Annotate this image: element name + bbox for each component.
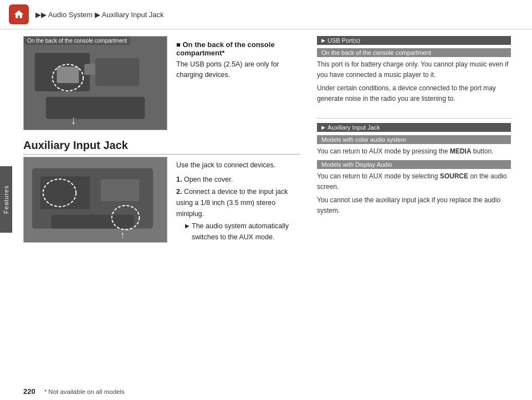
usb-section: On the back of the console compartment ↓ [23, 36, 300, 130]
footer: 220 * Not available on all models [12, 387, 532, 396]
usb-note1: This port is for battery charge only. Yo… [317, 59, 511, 80]
left-column: On the back of the console compartment ↓ [12, 30, 311, 383]
svg-rect-10 [40, 176, 90, 209]
home-icon [13, 9, 24, 20]
svg-text:↓: ↓ [70, 113, 76, 127]
usb-heading: On the back of the console compartment* [176, 40, 300, 57]
page-number: 220 [23, 387, 35, 396]
aux-note3: You cannot use the auxiliary input jack … [317, 195, 511, 216]
usb-text-block: On the back of the console compartment* … [176, 40, 300, 81]
usb-note2: Under certain conditions, a device conne… [317, 83, 511, 104]
right-column: USB Port(s) On the back of the console c… [311, 30, 522, 383]
aux-note1: You can return to AUX mode by pressing t… [317, 146, 511, 157]
svg-rect-4 [57, 66, 79, 83]
main-content: On the back of the console compartment ↓ [12, 30, 532, 383]
right-divider [317, 118, 511, 119]
step2: 2. Connect a device to the input jack us… [176, 186, 300, 219]
aux-subheader2: Models with Display Audio [317, 160, 511, 169]
svg-rect-3 [46, 97, 145, 119]
aux-interior-svg: ↑ [24, 157, 167, 243]
usb-note-section: USB Port(s) On the back of the console c… [317, 36, 511, 107]
svg-rect-2 [95, 58, 139, 86]
svg-rect-12 [52, 215, 134, 229]
sidebar-label: Features [3, 185, 9, 213]
svg-text:↑: ↑ [120, 229, 125, 240]
sidebar-tab: Features [0, 166, 12, 233]
steps-intro: Use the jack to connect devices. [176, 160, 300, 171]
aux-note-header: Auxiliary Input Jack [317, 123, 511, 132]
aux-note2: You can return to AUX mode by selecting … [317, 171, 511, 192]
aux-section: ↑ Use the jack to connect devices. 1. Op… [23, 157, 300, 243]
aux-note-section: Auxiliary Input Jack Models with color a… [317, 123, 511, 219]
aux-image: ↑ [23, 157, 167, 243]
aux-section-title: Auxiliary Input Jack [23, 139, 300, 155]
svg-rect-5 [84, 64, 95, 75]
aux-steps: Use the jack to connect devices. 1. Open… [176, 160, 300, 243]
car-interior-svg: ↓ [24, 36, 167, 130]
usb-note-subheader: On the back of the console compartment [317, 48, 511, 57]
home-button[interactable] [9, 4, 29, 24]
breadcrumb: ▶▶ Audio System ▶ Auxiliary Input Jack [35, 11, 164, 19]
car-sim-top: ↓ [24, 37, 167, 130]
step1: 1. Open the cover. [176, 174, 300, 185]
step2-sub: The audio system automatically switches … [185, 220, 300, 243]
footer-note: * Not available on all models [44, 388, 125, 395]
car-sim-aux: ↑ [24, 157, 167, 242]
image-caption-top: On the back of the console compartment [24, 37, 130, 45]
aux-subheader1: Models with color audio system [317, 135, 511, 144]
usb-body: The USB ports (2.5A) are only for chargi… [176, 59, 300, 81]
header: ▶▶ Audio System ▶ Auxiliary Input Jack [0, 0, 532, 29]
usb-note-header: USB Port(s) [317, 36, 511, 45]
svg-rect-11 [101, 179, 139, 201]
console-image: On the back of the console compartment ↓ [23, 36, 167, 130]
